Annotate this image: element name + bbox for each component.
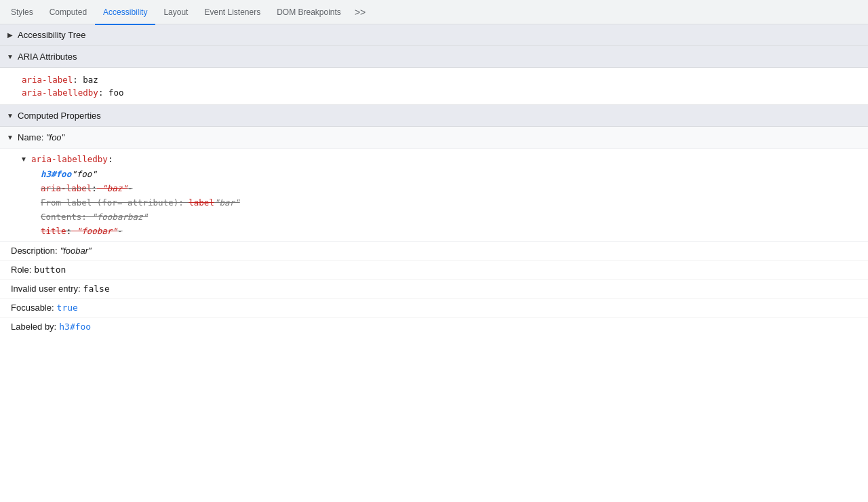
tab-event-listeners[interactable]: Event Listeners <box>196 1 269 25</box>
name-value: "foo" <box>46 132 64 142</box>
focusable-label: Focusable: <box>11 303 54 313</box>
aria-attributes-section-label: ARIA Attributes <box>18 52 77 62</box>
computed-properties-section-label: Computed Properties <box>18 111 101 121</box>
aria-labelledby-sub-key: aria-labelledby <box>31 154 108 164</box>
source-row-from-label-struck: From label (for= attribute): label"bar" <box>0 195 868 210</box>
tab-accessibility[interactable]: Accessibility <box>95 1 155 25</box>
aria-labelledby-key: aria-labelledby <box>22 88 98 98</box>
focusable-row: Focusable: true <box>0 298 868 317</box>
accessibility-tree-collapse-icon: ▶ <box>5 31 15 40</box>
aria-label-struck-value: "baz" <box>97 183 127 193</box>
h3-foo-value: "foo" <box>71 169 97 179</box>
aria-label-value: baz <box>78 75 98 85</box>
title-struck-dash: - <box>117 226 123 236</box>
aria-label-key: aria-label <box>22 75 73 85</box>
aria-attributes-collapse-icon: ▼ <box>5 52 15 62</box>
panel-content: ▶ Accessibility Tree ▼ ARIA Attributes a… <box>0 24 868 336</box>
tab-styles-label: Styles <box>11 7 33 17</box>
aria-label-row: aria-label: baz <box>22 73 852 86</box>
aria-labelledby-row: aria-labelledby: foo <box>22 86 852 99</box>
labeled-by-label: Labeled by: <box>11 322 56 332</box>
from-label-value: "bar" <box>214 197 240 208</box>
computed-properties-collapse-icon: ▼ <box>5 111 15 121</box>
role-value: button <box>34 265 66 275</box>
invalid-user-entry-value: false <box>83 284 110 294</box>
aria-attributes-content: aria-label: baz aria-labelledby: foo <box>0 68 868 105</box>
aria-labelledby-sub-colon: : <box>108 154 113 164</box>
computed-properties-content: ▼ Name: "foo" ▼ aria-labelledby: h3#foo"… <box>0 127 868 336</box>
aria-label-struck-colon: : <box>92 183 97 193</box>
aria-labelledby-sub-header[interactable]: ▼ aria-labelledby: <box>0 151 868 167</box>
computed-properties-section-header[interactable]: ▼ Computed Properties <box>0 105 868 127</box>
invalid-user-entry-row: Invalid user entry: false <box>0 279 868 298</box>
tab-computed[interactable]: Computed <box>41 1 95 25</box>
tab-computed-label: Computed <box>50 7 87 17</box>
tab-dom-breakpoints[interactable]: DOM Breakpoints <box>269 1 349 25</box>
role-row: Role: button <box>0 260 868 279</box>
h3-foo-link[interactable]: h3#foo <box>41 169 71 179</box>
accessibility-tree-section-header[interactable]: ▶ Accessibility Tree <box>0 24 868 46</box>
aria-label-struck-dash: - <box>127 183 133 193</box>
title-struck-key: title <box>41 226 66 236</box>
role-label: Role: <box>11 265 31 275</box>
name-row-collapse-icon: ▼ <box>5 133 15 142</box>
tab-bar: Styles Computed Accessibility Layout Eve… <box>0 0 868 24</box>
source-row-title-struck: title: "foobar"- <box>0 224 868 238</box>
labeled-by-row: Labeled by: h3#foo <box>0 317 868 336</box>
tab-event-listeners-label: Event Listeners <box>204 7 260 17</box>
accessibility-tree-section-label: Accessibility Tree <box>18 30 85 40</box>
description-row: Description: "foobar" <box>0 242 868 260</box>
aria-attributes-section-header[interactable]: ▼ ARIA Attributes <box>0 46 868 68</box>
tab-overflow-icon: >> <box>355 7 366 18</box>
labeled-by-value[interactable]: h3#foo <box>59 322 91 332</box>
title-struck-value: "foobar" <box>71 226 117 236</box>
focusable-value: true <box>57 303 78 313</box>
aria-labelledby-value: foo <box>103 88 123 98</box>
aria-label-struck-key: aria-label <box>41 183 92 193</box>
aria-label-colon: : <box>73 75 78 85</box>
tab-accessibility-label: Accessibility <box>103 7 147 17</box>
tab-styles[interactable]: Styles <box>3 1 41 25</box>
name-source-sub-section: ▼ aria-labelledby: h3#foo"foo" aria-labe… <box>0 149 868 242</box>
aria-labelledby-sub-collapse-icon: ▼ <box>19 155 28 164</box>
from-label-tag: label <box>189 197 214 208</box>
source-row-h3-foo: h3#foo"foo" <box>0 167 868 181</box>
source-row-aria-label-struck: aria-label: "baz"- <box>0 181 868 195</box>
contents-value: "foobarbaz" <box>92 212 148 222</box>
invalid-user-entry-label: Invalid user entry: <box>11 284 81 294</box>
from-label-prefix: From label (for= attribute): <box>41 197 189 208</box>
description-label: Description: <box>11 246 58 256</box>
source-row-contents-struck: Contents: "foobarbaz" <box>0 210 868 224</box>
name-row[interactable]: ▼ Name: "foo" <box>0 127 868 149</box>
name-label: Name: <box>18 132 46 142</box>
tab-overflow-button[interactable]: >> <box>349 0 371 24</box>
contents-prefix: Contents: <box>41 212 92 222</box>
tab-layout[interactable]: Layout <box>155 1 196 25</box>
description-value: "foobar" <box>60 246 92 256</box>
tab-layout-label: Layout <box>163 7 188 17</box>
tab-dom-breakpoints-label: DOM Breakpoints <box>277 7 341 17</box>
